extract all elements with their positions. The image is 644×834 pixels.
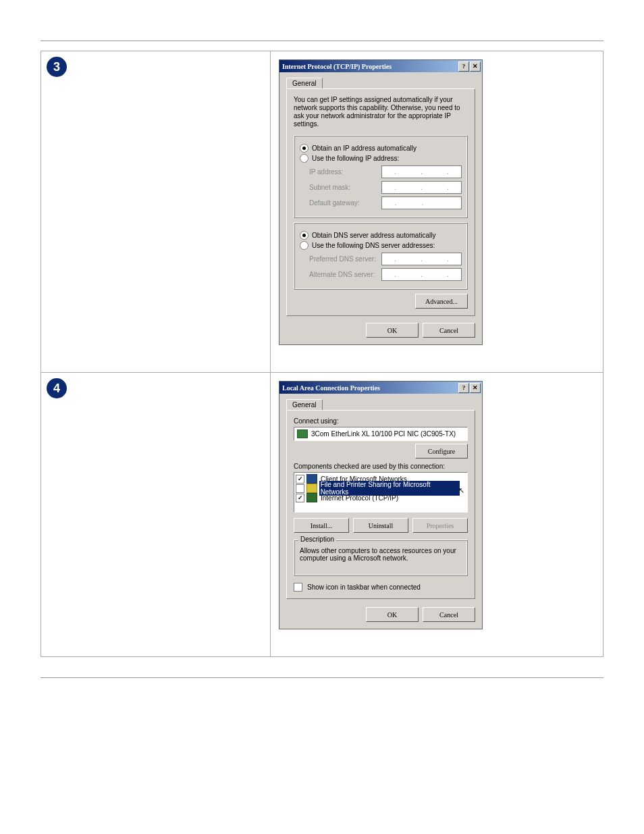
dialog-title-bar: Local Area Connection Properties ? ✕ [279,382,482,394]
default-gateway-label: Default gateway: [309,199,381,207]
tab-general[interactable]: General [286,399,323,410]
ok-button[interactable]: OK [366,607,419,622]
step-number-badge: 4 [47,378,67,398]
lan-connection-properties-dialog: Local Area Connection Properties ? ✕ Gen… [279,381,483,629]
tab-general-pane: You can get IP settings assigned automat… [286,88,475,316]
advanced-button[interactable]: Advanced... [415,294,468,309]
header-rule [41,41,603,41]
radio-label: Obtain DNS server address automatically [312,232,435,239]
adapter-display: 3Com EtherLink XL 10/100 PCI NIC (3C905-… [294,427,468,441]
radio-obtain-ip-auto[interactable]: Obtain an IP address automatically [300,144,462,153]
radio-icon [300,154,308,163]
description-legend: Description [298,536,336,543]
configure-button[interactable]: Configure [415,444,468,459]
dialog-title-bar: Internet Protocol (TCP/IP) Properties ? … [279,60,482,72]
cancel-button[interactable]: Cancel [423,323,475,338]
radio-label: Use the following DNS server addresses: [312,242,435,249]
show-icon-label: Show icon in taskbar when connected [307,583,421,591]
ok-button[interactable]: OK [366,323,419,338]
dialog-title: Local Area Connection Properties [282,384,458,392]
dialog-title: Internet Protocol (TCP/IP) Properties [282,63,458,70]
adapter-name: 3Com EtherLink XL 10/100 PCI NIC (3C905-… [311,430,456,438]
ip-address-label: IP address: [309,168,381,176]
radio-use-following-ip[interactable]: Use the following IP address: [300,154,462,163]
default-gateway-input: .. [381,197,462,209]
info-text: You can get IP settings assigned automat… [294,96,468,128]
page-footer [41,677,603,682]
cursor-icon: ↖ [458,486,464,495]
help-button[interactable]: ? [458,61,469,72]
description-text: Allows other computers to access resourc… [300,547,462,562]
alternate-dns-label: Alternate DNS server: [309,271,381,278]
checkbox[interactable] [296,475,304,484]
show-icon-checkbox-row[interactable]: Show icon in taskbar when connected [294,583,468,592]
radio-label: Obtain an IP address automatically [312,145,417,152]
preferred-dns-label: Preferred DNS server: [309,255,381,263]
components-label: Components checked are used by this conn… [294,463,468,470]
close-button[interactable]: ✕ [470,383,481,393]
description-group: Description Allows other computers to ac… [294,540,468,576]
step-cell-left: 4 [41,373,271,656]
ip-settings-group: Obtain an IP address automatically Use t… [294,135,468,218]
step-cell-right: Local Area Connection Properties ? ✕ Gen… [271,373,603,656]
instruction-table: 3 Internet Protocol (TCP/IP) Properties … [41,51,603,657]
close-button[interactable]: ✕ [470,61,481,72]
preferred-dns-input: ... [381,253,462,265]
subnet-mask-label: Subnet mask: [309,184,381,191]
tab-general[interactable]: General [286,78,323,88]
radio-obtain-dns-auto[interactable]: Obtain DNS server address automatically [300,231,462,240]
radio-icon [300,231,308,240]
tcpip-properties-dialog: Internet Protocol (TCP/IP) Properties ? … [279,59,483,345]
client-icon [306,474,317,484]
dns-settings-group: Obtain DNS server address automatically … [294,222,468,290]
tab-general-pane: Connect using: 3Com EtherLink XL 10/100 … [286,410,475,599]
step-cell-right: Internet Protocol (TCP/IP) Properties ? … [271,51,603,372]
list-item-label: Internet Protocol (TCP/IP) [319,494,400,502]
properties-button[interactable]: Properties [412,518,468,533]
step-cell-left: 3 [41,51,271,372]
protocol-icon [306,493,317,502]
subnet-mask-input: ... [381,181,462,194]
connect-using-label: Connect using: [294,417,468,425]
ip-address-input: ... [381,165,462,178]
radio-icon [300,241,308,250]
cancel-button[interactable]: Cancel [423,607,475,622]
checkbox[interactable] [296,494,304,502]
alternate-dns-input: ... [381,268,462,281]
components-listbox[interactable]: Client for Microsoft Networks File and P… [294,472,468,513]
radio-label: Use the following IP address: [312,155,399,162]
radio-use-following-dns[interactable]: Use the following DNS server addresses: [300,241,462,250]
checkbox[interactable] [296,484,304,493]
help-button[interactable]: ? [458,383,469,393]
step-row-3: 3 Internet Protocol (TCP/IP) Properties … [41,51,603,373]
network-adapter-icon [297,429,308,438]
step-row-4: 4 Local Area Connection Properties ? ✕ G… [41,373,603,657]
step-number-badge: 3 [47,57,67,77]
install-button[interactable]: Install... [294,518,349,533]
radio-icon [300,144,308,153]
file-sharing-icon [306,484,317,493]
list-item[interactable]: File and Printer Sharing for Microsoft N… [296,484,466,493]
uninstall-button[interactable]: Uninstall [353,518,408,533]
checkbox[interactable] [294,583,302,592]
